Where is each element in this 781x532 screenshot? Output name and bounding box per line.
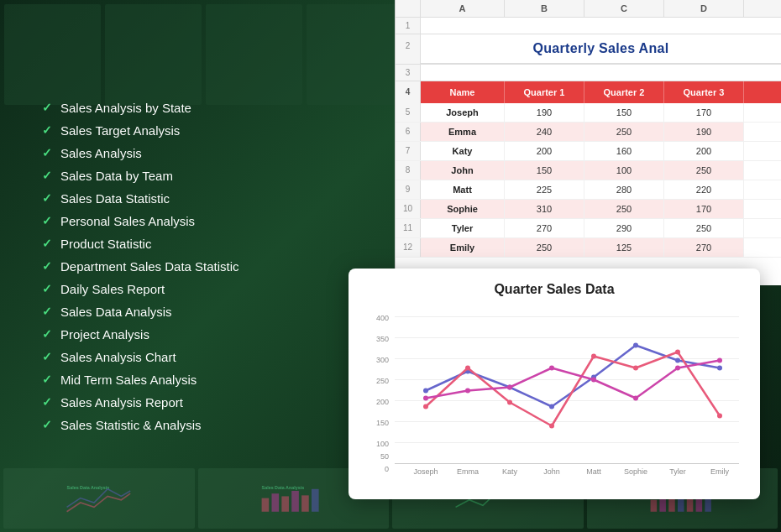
spreadsheet-title: Quarterly Sales Anal — [421, 34, 781, 64]
cell-q2: 150 — [584, 103, 664, 122]
checklist-item: ✓Sales Data Analysis — [42, 305, 311, 319]
check-icon: ✓ — [42, 395, 52, 409]
svg-point-44 — [507, 385, 512, 390]
chart-area: 400 350 300 250 200 150 100 50 0 Joseph … — [365, 304, 743, 480]
checklist-label: Product Statistic — [60, 237, 151, 251]
row-number: 10 — [396, 200, 421, 218]
chart-title: Quarter Sales Data — [365, 282, 743, 297]
check-icon: ✓ — [42, 259, 52, 273]
svg-point-29 — [549, 404, 554, 409]
check-icon: ✓ — [42, 305, 52, 318]
svg-point-41 — [717, 414, 722, 419]
cell-q3: 250 — [664, 161, 744, 180]
check-icon: ✓ — [42, 350, 52, 363]
svg-rect-60 — [650, 500, 657, 512]
svg-point-33 — [717, 366, 722, 371]
cell-q3: 170 — [664, 103, 744, 122]
checklist-label: Daily Sales Report — [60, 282, 165, 296]
cell-q2: 250 — [584, 200, 664, 218]
svg-point-47 — [633, 396, 638, 401]
cell-q1: 225 — [505, 180, 584, 199]
cell-q3: 250 — [664, 219, 744, 237]
checklist-label: Department Sales Data Statistic — [60, 259, 239, 274]
cell-name: Sophie — [421, 200, 505, 218]
row-number: 8 — [396, 161, 421, 180]
checklist-label: Sales Analysis Chart — [60, 350, 176, 364]
svg-point-34 — [423, 404, 428, 409]
checklist-item: ✓Product Statistic — [42, 237, 311, 251]
check-icon: ✓ — [42, 373, 52, 386]
cell-name: Katy — [421, 142, 505, 160]
cell-name: Emily — [421, 238, 505, 257]
check-icon: ✓ — [42, 123, 52, 137]
cell-q3: 190 — [664, 123, 744, 141]
cell-q3: 220 — [664, 180, 744, 199]
svg-point-36 — [507, 400, 512, 405]
svg-text:Katy: Katy — [502, 467, 518, 476]
svg-text:Matt: Matt — [586, 467, 601, 476]
cell-name: Emma — [421, 123, 505, 141]
cell-q3: 200 — [664, 142, 744, 160]
svg-text:300: 300 — [376, 356, 389, 364]
row-number: 11 — [396, 219, 421, 237]
row-num-1: 1 — [396, 18, 421, 34]
check-icon: ✓ — [42, 237, 52, 250]
row-2: 2 Quarterly Sales Anal — [396, 34, 781, 65]
check-icon: ✓ — [42, 327, 52, 341]
svg-text:Tyler: Tyler — [669, 467, 686, 476]
svg-text:250: 250 — [376, 377, 389, 385]
checklist-item: ✓Sales Analysis Chart — [42, 350, 311, 364]
checklist-item: ✓Sales Data Statistic — [42, 191, 311, 206]
cell-name: Matt — [421, 180, 505, 199]
row-1: 1 — [396, 18, 781, 34]
checklist-item: ✓Project Analysis — [42, 327, 311, 342]
cell-q2: 125 — [584, 238, 664, 257]
row-3-content — [421, 65, 781, 81]
checklist-item: ✓Daily Sales Report — [42, 282, 311, 296]
svg-text:Sophie: Sophie — [624, 467, 647, 476]
svg-point-40 — [675, 350, 680, 355]
cell-q2: 160 — [584, 142, 664, 160]
svg-point-49 — [717, 358, 722, 363]
cell-name: Joseph — [421, 103, 505, 122]
row-number: 9 — [396, 180, 421, 199]
checklist-item: ✓Sales Target Analysis — [42, 123, 311, 138]
col-header-row: A B C D — [396, 0, 781, 18]
check-icon: ✓ — [42, 418, 52, 431]
table-row: 11 Tyler 270 290 250 — [396, 219, 781, 238]
table-row: 5 Joseph 190 150 170 — [396, 103, 781, 123]
svg-text:50: 50 — [380, 452, 389, 461]
checklist-label: Sales Data Analysis — [60, 305, 172, 319]
checklist-item: ✓Sales Analysis — [42, 146, 311, 160]
spreadsheet-panel: A B C D 1 2 Quarterly Sales Anal 3 4 Nam… — [395, 0, 781, 285]
svg-point-26 — [423, 389, 428, 394]
cell-q1: 190 — [505, 103, 584, 122]
table-row: 10 Sophie 310 250 170 — [396, 200, 781, 219]
header-rownum: 4 — [396, 81, 421, 103]
checklist-label: Mid Term Sales Analysis — [60, 373, 197, 387]
col-header-c: C — [584, 0, 664, 17]
data-header-row: 4 Name Quarter 1 Quarter 2 Quarter 3 — [396, 81, 781, 103]
checklist-item: ✓Personal Sales Analysis — [42, 214, 311, 228]
row-1-content — [421, 18, 781, 34]
cell-name: John — [421, 161, 505, 180]
col-header-num — [396, 0, 421, 17]
table-row: 6 Emma 240 250 190 — [396, 123, 781, 142]
svg-text:Joseph: Joseph — [413, 467, 438, 476]
table-row: 8 John 150 100 250 — [396, 161, 781, 180]
check-icon: ✓ — [42, 146, 52, 159]
checklist-label: Sales Analysis by State — [60, 101, 191, 115]
row-num-2: 2 — [396, 34, 421, 64]
spreadsheet-rows: 5 Joseph 190 150 170 6 Emma 240 250 190 … — [396, 103, 781, 258]
col-header-d: D — [664, 0, 744, 17]
svg-rect-62 — [668, 498, 675, 512]
svg-point-45 — [549, 366, 554, 371]
checklist-item: ✓Sales Data by Team — [42, 169, 311, 183]
row-number: 7 — [396, 142, 421, 160]
cell-q1: 270 — [505, 219, 584, 237]
row-num-3: 3 — [396, 65, 421, 81]
table-row: 7 Katy 200 160 200 — [396, 142, 781, 161]
row-number: 5 — [396, 103, 421, 122]
col-header-b: B — [505, 0, 584, 17]
svg-text:400: 400 — [376, 314, 389, 322]
